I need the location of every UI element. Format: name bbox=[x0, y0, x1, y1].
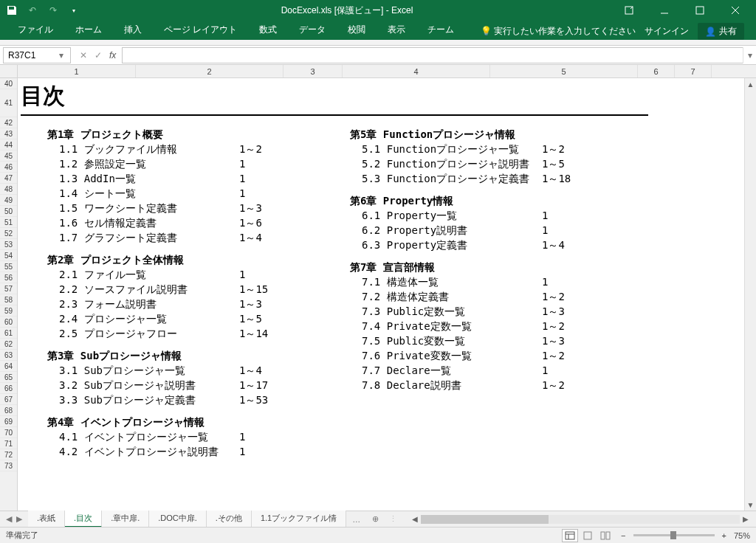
row-header[interactable]: 66 bbox=[0, 383, 17, 394]
column-header[interactable]: 7 bbox=[675, 65, 712, 77]
row-header[interactable]: 46 bbox=[0, 162, 17, 173]
row-header[interactable]: 68 bbox=[0, 405, 17, 416]
tell-me[interactable]: 💡 実行したい作業を入力してください bbox=[481, 25, 636, 38]
redo-icon[interactable]: ↷ bbox=[47, 4, 59, 16]
row-header[interactable]: 61 bbox=[0, 328, 17, 339]
row-header[interactable]: 45 bbox=[0, 151, 17, 162]
select-all-corner[interactable] bbox=[0, 65, 18, 77]
row-header[interactable]: 70 bbox=[0, 427, 17, 438]
column-header[interactable]: 2 bbox=[136, 65, 284, 77]
row-header[interactable]: 40 bbox=[0, 78, 17, 89]
row-header[interactable]: 47 bbox=[0, 173, 17, 184]
zoom-level[interactable]: 75% bbox=[734, 531, 750, 540]
scroll-up-icon[interactable]: ▲ bbox=[745, 78, 756, 90]
tab-scroll-left-icon[interactable]: ◀ bbox=[6, 514, 12, 524]
column-header[interactable]: 6 bbox=[638, 65, 675, 77]
toc-entry-pages: 1～3 bbox=[542, 305, 565, 319]
normal-view-icon[interactable] bbox=[562, 529, 578, 542]
svg-rect-2 bbox=[696, 7, 704, 14]
cell-grid[interactable]: 目次 第1章 プロジェクト概要1.1 ブックファイル情報1～21.2 参照設定一… bbox=[18, 78, 756, 511]
row-header[interactable]: 41 bbox=[0, 89, 17, 117]
row-header[interactable]: 50 bbox=[0, 206, 17, 217]
row-header[interactable]: 54 bbox=[0, 250, 17, 261]
row-header[interactable]: 62 bbox=[0, 339, 17, 350]
qat-dropdown-icon[interactable]: ▾ bbox=[68, 4, 80, 16]
ribbon-tab-校閲[interactable]: 校閲 bbox=[337, 20, 376, 40]
toc-entry: 5.3 Functionプロシージャ定義書1～18 bbox=[350, 173, 630, 186]
ribbon-tab-挿入[interactable]: 挿入 bbox=[114, 20, 152, 40]
row-header[interactable]: 52 bbox=[0, 228, 17, 239]
toc-column-left: 第1章 プロジェクト概要1.1 ブックファイル情報1～21.2 参照設定一覧11… bbox=[47, 128, 328, 459]
zoom-out-icon[interactable]: − bbox=[621, 531, 625, 540]
zoom-in-icon[interactable]: + bbox=[722, 531, 726, 540]
row-header[interactable]: 72 bbox=[0, 449, 17, 460]
sheet-tab[interactable]: .章中扉. bbox=[102, 511, 149, 528]
save-icon[interactable] bbox=[6, 4, 18, 16]
undo-icon[interactable]: ↶ bbox=[27, 4, 38, 16]
row-header[interactable]: 56 bbox=[0, 272, 17, 283]
row-header[interactable]: 73 bbox=[0, 460, 17, 471]
row-header[interactable]: 71 bbox=[0, 438, 17, 449]
formula-input[interactable] bbox=[122, 47, 743, 63]
sheet-tab[interactable]: 1.1ブックファイル情 bbox=[252, 511, 346, 528]
ribbon-display-icon[interactable] bbox=[614, 0, 644, 21]
scroll-left-icon[interactable]: ◀ bbox=[409, 515, 421, 523]
sheet-tab[interactable]: .その他 bbox=[207, 511, 252, 528]
row-header[interactable]: 59 bbox=[0, 305, 17, 317]
horizontal-scrollbar[interactable]: ◀ ▶ bbox=[402, 515, 756, 524]
row-header[interactable]: 65 bbox=[0, 372, 17, 383]
page-layout-view-icon[interactable] bbox=[580, 529, 596, 542]
row-header[interactable]: 64 bbox=[0, 361, 17, 372]
row-header[interactable]: 43 bbox=[0, 128, 17, 139]
ribbon-tab-ファイル[interactable]: ファイル bbox=[7, 20, 63, 40]
row-header[interactable]: 67 bbox=[0, 394, 17, 405]
row-header[interactable]: 51 bbox=[0, 217, 17, 228]
close-button[interactable] bbox=[721, 0, 750, 21]
column-header[interactable]: 5 bbox=[490, 65, 638, 77]
maximize-button[interactable] bbox=[685, 0, 715, 21]
more-tabs-icon[interactable]: … bbox=[346, 515, 366, 524]
minimize-button[interactable] bbox=[650, 0, 679, 21]
column-header[interactable]: 4 bbox=[343, 65, 490, 77]
scroll-down-icon[interactable]: ▼ bbox=[745, 499, 756, 511]
ribbon-tab-ホーム[interactable]: ホーム bbox=[65, 20, 112, 40]
zoom-slider[interactable] bbox=[633, 534, 715, 536]
row-header[interactable]: 58 bbox=[0, 294, 17, 305]
row-header[interactable]: 42 bbox=[0, 117, 17, 128]
share-button[interactable]: 👤共有 bbox=[698, 23, 744, 40]
row-header[interactable]: 48 bbox=[0, 184, 17, 195]
ribbon-tab-ページ レイアウト[interactable]: ページ レイアウト bbox=[154, 20, 247, 40]
row-header[interactable]: 69 bbox=[0, 416, 17, 427]
sheet-tab[interactable]: .DOC中扉. bbox=[149, 511, 207, 528]
vertical-scrollbar[interactable]: ▲ ▼ bbox=[744, 78, 756, 511]
page-break-view-icon[interactable] bbox=[597, 529, 614, 542]
row-header[interactable]: 49 bbox=[0, 195, 17, 206]
toc-entry-label: 3.2 Subプロシージャ説明書 bbox=[47, 379, 239, 392]
sheet-tab[interactable]: .目次 bbox=[65, 511, 102, 528]
enter-icon[interactable]: ✓ bbox=[94, 50, 102, 60]
column-header[interactable]: 3 bbox=[284, 65, 343, 77]
toc-entry-pages: 1 bbox=[239, 431, 245, 444]
row-header[interactable]: 60 bbox=[0, 317, 17, 328]
ribbon-tab-数式[interactable]: 数式 bbox=[249, 20, 287, 40]
row-header[interactable]: 63 bbox=[0, 350, 17, 361]
signin-link[interactable]: サインイン bbox=[645, 25, 689, 38]
cancel-icon[interactable]: ✕ bbox=[80, 50, 87, 60]
name-box[interactable]: R37C1 ▾ bbox=[3, 47, 71, 63]
tab-scroll-right-icon[interactable]: ▶ bbox=[16, 514, 22, 524]
sheet-tab[interactable]: .表紙 bbox=[28, 511, 65, 528]
row-header[interactable]: 55 bbox=[0, 261, 17, 272]
ribbon-tab-表示[interactable]: 表示 bbox=[377, 20, 416, 40]
add-sheet-icon[interactable]: ⊕ bbox=[366, 514, 385, 524]
chevron-down-icon[interactable]: ▾ bbox=[57, 50, 66, 60]
ribbon-tab-チーム[interactable]: チーム bbox=[417, 20, 464, 40]
status-bar: 準備完了 − + 75% bbox=[0, 527, 756, 543]
expand-formula-icon[interactable]: ▾ bbox=[743, 47, 756, 63]
ribbon-tab-データ[interactable]: データ bbox=[289, 20, 336, 40]
row-header[interactable]: 57 bbox=[0, 283, 17, 294]
row-header[interactable]: 53 bbox=[0, 239, 17, 250]
fx-icon[interactable]: fx bbox=[109, 50, 116, 60]
row-header[interactable]: 44 bbox=[0, 139, 17, 151]
column-header[interactable]: 1 bbox=[18, 65, 136, 77]
scroll-right-icon[interactable]: ▶ bbox=[740, 515, 752, 523]
